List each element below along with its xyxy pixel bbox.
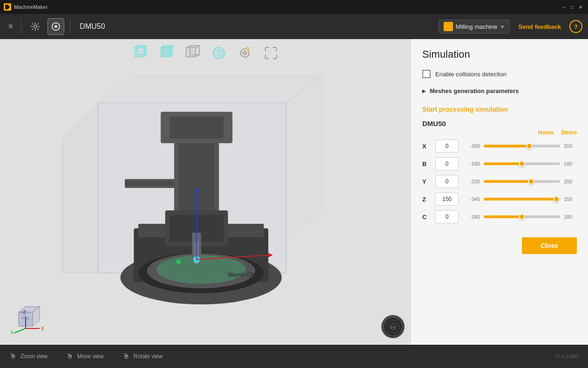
version-label: 17.0.0.902 (554, 354, 579, 359)
svg-point-59 (176, 260, 181, 264)
axis-max-b: 180 (564, 161, 577, 167)
close-button-panel: Close (422, 237, 577, 254)
page-title: DMU50 (80, 22, 434, 31)
axis-slider-b[interactable] (484, 162, 560, 165)
toolbar-divider-2 (70, 20, 70, 33)
meshes-row[interactable]: ▶ Meshes generation parameters (422, 87, 577, 94)
close-button[interactable]: Close (522, 237, 577, 254)
toolbar-right: Milling machine ▼ Send feedback ? (439, 20, 582, 33)
window-controls: ─ □ ✕ (560, 3, 584, 11)
svg-point-24 (243, 51, 247, 55)
svg-point-0 (34, 25, 37, 28)
rotate-icon: 🖱 (122, 352, 130, 361)
machine-name-label: DMU50 (422, 120, 577, 127)
move-icon: 🖱 (66, 352, 74, 361)
axis-min-x: -300 (462, 143, 480, 149)
axis-input-b[interactable] (435, 157, 459, 170)
svg-text:Left: Left (20, 310, 26, 314)
axis-min-c: -180 (462, 214, 480, 220)
zoom-icon: 🖱 (9, 352, 17, 361)
axis-slider-c[interactable] (484, 215, 560, 218)
axes-header: Home Demo (422, 129, 577, 136)
viewport[interactable]: 2 (0, 39, 411, 345)
axis-slider-z[interactable] (484, 198, 560, 201)
meshes-expand-arrow-icon: ▶ (422, 88, 426, 94)
minimize-button[interactable]: ─ (560, 3, 568, 11)
axis-slider-y[interactable] (484, 180, 560, 183)
start-processing-label: Start processing simulation (422, 106, 577, 113)
svg-text:0.0: 0.0 (390, 325, 396, 329)
zoom-label: Zoom view (20, 353, 47, 360)
axis-input-x[interactable] (435, 140, 459, 153)
settings-icon-button[interactable] (27, 18, 44, 35)
side-view-button[interactable] (183, 44, 202, 62)
axis-row-y: Y -330 200 (422, 175, 577, 188)
3d-scene[interactable]: World CS (0, 67, 411, 345)
axis-indicator: X Y Z Left Front (9, 303, 51, 335)
axis-label-c: C (422, 214, 432, 221)
svg-point-2 (54, 25, 57, 28)
move-status: 🖱 Move view (66, 352, 104, 361)
svg-rect-64 (125, 181, 174, 186)
axis-row-x: X -300 200 (422, 140, 577, 153)
axis-input-z[interactable] (435, 193, 459, 206)
axis-min-b: -180 (462, 161, 480, 167)
axis-max-x: 200 (564, 143, 577, 149)
axis-row-b: B -180 180 (422, 157, 577, 170)
toolbar-divider-1 (21, 20, 21, 33)
svg-line-68 (14, 328, 26, 333)
axis-slider-x[interactable] (484, 145, 560, 147)
send-feedback-button[interactable]: Send feedback (514, 20, 566, 33)
svg-text:Front: Front (21, 317, 29, 320)
camera-button[interactable]: 2 (236, 44, 254, 62)
window-close-button[interactable]: ✕ (577, 3, 584, 11)
statusbar: 🖱 Zoom view 🖱 Move view 🖱 Rotate view 17… (0, 345, 588, 368)
collision-detection-checkbox[interactable] (422, 70, 431, 78)
axis-max-y: 200 (564, 179, 577, 184)
maximize-button[interactable]: □ (568, 3, 576, 11)
dropdown-arrow-icon: ▼ (500, 24, 505, 29)
app-name: MachineMaker (14, 4, 47, 10)
titlebar: MachineMaker ─ □ ✕ (0, 0, 588, 14)
titlebar-left: MachineMaker (4, 3, 47, 11)
hamburger-menu-button[interactable]: ≡ (6, 20, 15, 33)
move-label: Move view (77, 353, 104, 360)
axis-label-b: B (422, 161, 432, 167)
isometric-view-button[interactable] (157, 44, 176, 62)
simulation-panel: Simulation Simulation Enable collisions … (411, 39, 588, 345)
axis-input-c[interactable] (435, 210, 459, 223)
gimbal-indicator: 0.0 (381, 315, 405, 338)
help-button[interactable]: ? (569, 20, 582, 33)
axes-container: X -300 200 B -180 180 Y -330 (422, 140, 577, 223)
expand-button[interactable] (262, 44, 280, 62)
zoom-status: 🖱 Zoom view (9, 352, 47, 361)
machine-selector[interactable]: Milling machine ▼ (439, 20, 510, 33)
simulation-title: Simulation (422, 48, 577, 60)
rotate-status: 🖱 Rotate view (122, 352, 163, 361)
axis-row-z: Z -340 150 (422, 193, 577, 206)
svg-rect-15 (190, 46, 199, 55)
main-toolbar: ≡ DMU50 Milling machine ▼ Send feedback … (0, 14, 588, 39)
axis-label-y: Y (422, 178, 432, 185)
home-header-label: Home (538, 129, 554, 136)
axis-label-x: X (422, 143, 432, 150)
front-view-button[interactable] (131, 44, 150, 62)
app-logo (4, 3, 11, 11)
demo-header-label: Demo (561, 129, 577, 136)
svg-text:Y: Y (10, 330, 14, 335)
axis-row-c: C -180 180 (422, 210, 577, 223)
meshes-label: Meshes generation parameters (430, 87, 519, 94)
circle-mode-button[interactable] (47, 18, 64, 35)
axis-max-z: 150 (564, 196, 577, 202)
machine-icon (444, 22, 453, 31)
axis-max-c: 180 (564, 214, 577, 220)
axis-min-y: -330 (462, 179, 480, 184)
viewport-toolbar: 2 (0, 39, 411, 67)
axis-label-z: Z (422, 196, 432, 203)
axis-input-y[interactable] (435, 175, 459, 188)
machine-selector-label: Milling machine (456, 23, 498, 30)
axis-min-z: -340 (462, 196, 480, 202)
perspective-button[interactable] (210, 44, 228, 62)
svg-text:X: X (41, 326, 44, 331)
collision-detection-label: Enable collisions detection (435, 71, 507, 78)
